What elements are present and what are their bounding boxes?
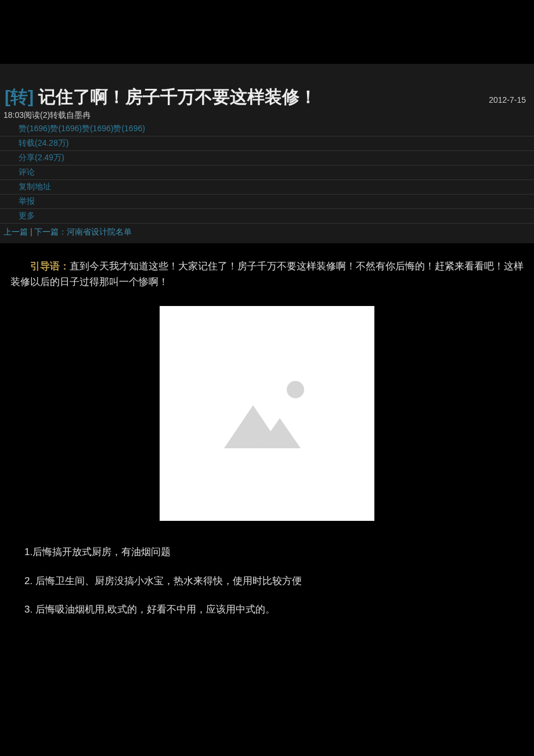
placeholder-image-icon [221,379,313,448]
article-title: [转] 记住了啊！房子千万不要这样装修！ [5,85,317,109]
next-article-link[interactable]: 下一篇：河南省设计院名单 [34,227,132,236]
meta-line: 18:03阅读(2)转载自墨冉 [0,109,534,122]
post-time: 18:03 [3,110,24,120]
repost-from-label: 转载自 [50,110,74,120]
action-more[interactable]: 更多 [0,209,534,224]
article-nav: 上一篇 | 下一篇：河南省设计院名单 [0,224,534,243]
action-copy[interactable]: 复制地址 [0,180,534,195]
action-comment[interactable]: 评论 [0,165,534,180]
action-report[interactable]: 举报 [0,195,534,209]
action-list: 赞(1696)赞(1696)赞(1696)赞(1696) 转载(24.28万) … [0,122,534,224]
article-header: [转] 记住了啊！房子千万不要这样装修！ 2012-7-15 [0,85,534,109]
intro-text: 直到今天我才知道这些！大家记住了！房子千万不要这样装修啊！不然有你后悔的！赶紧来… [10,261,524,287]
regret-item-2: 2. 后悔卫生间、厨房没搞小水宝，热水来得快，使用时比较方便 [10,573,524,589]
action-share[interactable]: 分享(2.49万) [0,151,534,165]
regret-item-1: 1.后悔搞开放式厨房，有油烟问题 [10,544,524,560]
intro-label: 引导语： [30,261,70,272]
repost-from-user: 墨冉 [74,110,91,120]
article-content: 引导语：直到今天我才知道这些！大家记住了！房子千万不要这样装修啊！不然有你后悔的… [0,243,534,637]
image-placeholder [160,306,374,521]
action-repost[interactable]: 转载(24.28万) [0,136,534,151]
intro-paragraph: 引导语：直到今天我才知道这些！大家记住了！房子千万不要这样装修啊！不然有你后悔的… [10,258,524,290]
title-text: 记住了啊！房子千万不要这样装修！ [34,87,317,106]
action-like[interactable]: 赞(1696)赞(1696)赞(1696)赞(1696) [0,122,534,136]
header-band [0,64,534,85]
read-label: 阅读 [24,110,40,120]
article-date: 2012-7-15 [489,95,529,105]
prev-article-link[interactable]: 上一篇 [3,227,28,236]
read-count: (2) [40,110,50,120]
nav-separator: | [30,227,33,236]
top-spacer [0,0,534,64]
title-prefix: [转] [5,87,34,106]
regret-item-3: 3. 后悔吸油烟机用,欧式的，好看不中用，应该用中式的。 [10,602,524,617]
